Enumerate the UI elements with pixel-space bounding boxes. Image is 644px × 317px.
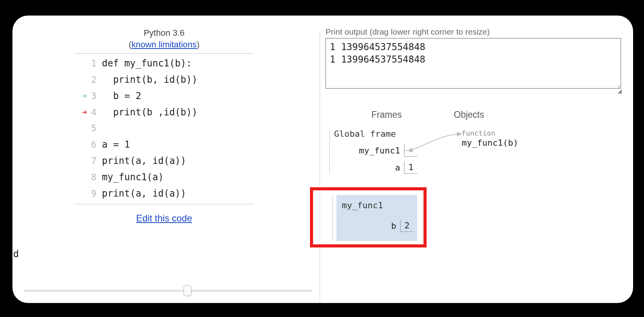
print-output-box[interactable]: 1 139964537554848 1 139964537554848	[326, 38, 621, 89]
line-number: 4	[88, 105, 102, 120]
current-line-arrow-icon: ➔	[75, 105, 88, 120]
code-line: 8 my_func1(a)	[75, 169, 254, 185]
frames-heading: Frames	[371, 110, 402, 120]
global-frame-title: Global frame	[334, 129, 417, 139]
pointer-dot-icon	[409, 148, 413, 152]
line-number: 1	[88, 56, 102, 71]
code-text: print(a, id(a))	[102, 153, 254, 169]
code-line: 2 print(b, id(b))	[75, 71, 254, 88]
variable-box: 2	[400, 219, 413, 232]
line-number: 5	[88, 120, 102, 136]
code-text: a = 1	[102, 136, 254, 153]
code-listing: 1 def my_func1(b): 2 print(b, id(b)) ➔ 3…	[75, 55, 254, 201]
code-text: def my_func1(b):	[102, 55, 254, 71]
variable-row: a 1	[334, 161, 417, 174]
print-output-label: Print output (drag lower right corner to…	[326, 27, 625, 37]
frames-objects-panel: Frames Objects Global frame my_func1 a 1	[326, 110, 621, 273]
code-column: Python 3.6 (known limitations) 1 def my_…	[28, 27, 300, 224]
variable-row: b 2	[342, 219, 413, 232]
visualization-column: Print output (drag lower right corner to…	[326, 27, 625, 273]
language-header: Python 3.6 (known limitations)	[28, 27, 300, 53]
divider	[75, 204, 254, 204]
code-text: print(b, id(b))	[102, 71, 254, 88]
code-line: 7 print(a, id(a))	[75, 153, 254, 169]
edit-code-link[interactable]: Edit this code	[136, 213, 192, 223]
code-text: b = 2	[102, 88, 254, 104]
code-text: my_func1(a)	[102, 169, 254, 185]
line-number: 6	[88, 137, 102, 152]
object-panel: function my_func1(b)	[462, 129, 518, 148]
objects-heading: Objects	[454, 110, 484, 120]
variable-name: a	[395, 163, 400, 172]
cropped-text: d	[13, 249, 19, 260]
code-line: 6 a = 1	[75, 136, 254, 153]
highlight-box: my_func1 b 2	[310, 187, 427, 247]
variable-box: 1	[404, 161, 417, 174]
code-text: print(b ,id(b))	[102, 104, 254, 120]
resize-grip-icon[interactable]: ◢	[326, 88, 621, 94]
object-type-label: function	[462, 129, 518, 137]
line-number: 9	[88, 186, 102, 201]
divider	[75, 53, 254, 54]
step-slider[interactable]	[24, 287, 312, 294]
language-name: Python 3.6	[144, 28, 184, 38]
variable-box	[404, 144, 417, 157]
code-line: 1 def my_func1(b):	[75, 55, 254, 71]
line-number: 3	[88, 88, 102, 104]
app-stage: Python 3.6 (known limitations) 1 def my_…	[12, 16, 633, 303]
object-signature: my_func1(b)	[462, 138, 518, 148]
line-number: 2	[88, 72, 102, 87]
line-number: 7	[88, 153, 102, 169]
frame-border	[332, 195, 333, 241]
code-line: 9 print(a, id(a))	[75, 185, 254, 202]
column-divider	[320, 31, 320, 303]
variable-name: b	[391, 221, 396, 231]
prev-line-arrow-icon: ➔	[75, 89, 88, 104]
slider-track	[24, 290, 312, 292]
local-frame: my_func1 b 2	[336, 195, 417, 241]
code-line: ➔ 3 b = 2	[75, 88, 254, 104]
global-frame: Global frame my_func1 a 1	[334, 129, 420, 178]
known-limitations-link[interactable]: known limitations	[131, 40, 197, 49]
slider-thumb[interactable]	[184, 285, 191, 296]
line-number: 8	[88, 169, 102, 185]
local-frame-title: my_func1	[342, 200, 413, 210]
code-line: ➔ 4 print(b ,id(b))	[75, 104, 254, 120]
code-text: print(a, id(a))	[102, 185, 254, 202]
code-line: 5	[75, 120, 254, 136]
variable-row: my_func1	[334, 144, 417, 157]
frame-border	[329, 131, 330, 174]
variable-name: my_func1	[359, 146, 400, 155]
